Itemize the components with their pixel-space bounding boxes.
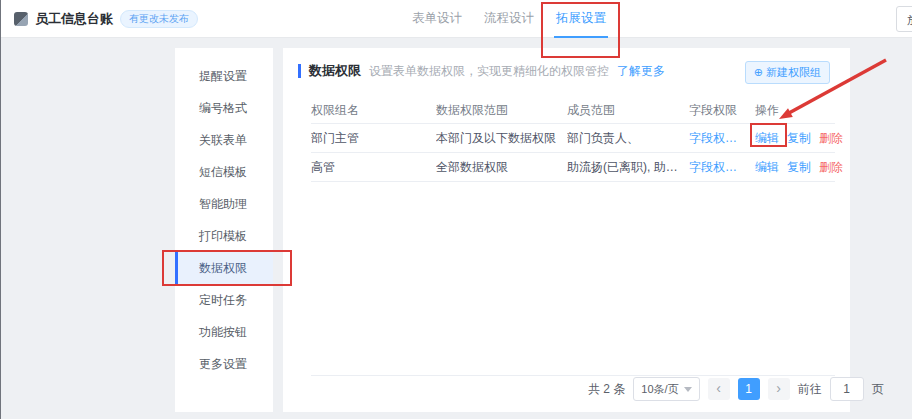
goto-unit-label: 页 (872, 381, 884, 398)
status-badge: 有更改未发布 (120, 10, 198, 28)
pagination: 共 2 条 10条/页 ‹ 1 › 前往 页 (588, 377, 884, 401)
data-permission-panel: 数据权限 设置表单数据权限，实现更精细化的权限管控 了解更多 ⊕ 新建权限组 权… (283, 48, 850, 412)
tab-process-design[interactable]: 流程设计 (482, 0, 536, 36)
page-size-value: 10条/页 (641, 382, 678, 397)
cell-member-scope: 助流扬(已离职), 助流进, 助流... (567, 159, 689, 176)
sidebar-item-function-buttons[interactable]: 功能按钮 (175, 316, 273, 348)
discard-button[interactable]: 放弃 (896, 6, 912, 32)
cell-data-scope: 本部门及以下数据权限 (436, 130, 567, 147)
app-icon (14, 12, 28, 26)
goto-page-input[interactable] (830, 377, 864, 401)
edit-link[interactable]: 编辑 (755, 159, 779, 176)
learn-more-link[interactable]: 了解更多 (617, 63, 665, 80)
table-header-row: 权限组名 数据权限范围 成员范围 字段权限 操作 (311, 98, 835, 124)
pagination-total: 共 2 条 (588, 381, 625, 398)
create-permission-group-button[interactable]: ⊕ 新建权限组 (745, 61, 830, 84)
app-title: 员工信息台账 (35, 10, 113, 28)
top-tabs: 表单设计 流程设计 拓展设置 (410, 0, 608, 38)
screen: 员工信息台账 有更改未发布 表单设计 流程设计 拓展设置 放弃 提醒设置 编号格… (0, 0, 912, 419)
goto-label: 前往 (798, 381, 822, 398)
copy-link[interactable]: 复制 (787, 130, 811, 147)
cell-operations: 编辑 复制 删除 (755, 130, 835, 147)
header-operations: 操作 (755, 102, 835, 119)
sidebar-item-scheduled-tasks[interactable]: 定时任务 (175, 284, 273, 316)
edit-link[interactable]: 编辑 (755, 130, 779, 147)
permission-table: 权限组名 数据权限范围 成员范围 字段权限 操作 部门主管 本部门及以下数据权限… (311, 98, 835, 182)
section-description: 设置表单数据权限，实现更精细化的权限管控 (369, 63, 609, 80)
table-row: 高管 全部数据权限 助流扬(已离职), 助流进, 助流... 字段权限详情 编辑… (311, 153, 835, 182)
create-button-label: 新建权限组 (766, 65, 821, 80)
header-field-permission: 字段权限 (689, 102, 755, 119)
plus-circle-icon: ⊕ (754, 67, 763, 78)
header-member-scope: 成员范围 (567, 102, 689, 119)
cell-group-name: 部门主管 (311, 130, 436, 147)
sidebar-item-print-template[interactable]: 打印模板 (175, 220, 273, 252)
sidebar-item-reminder-settings[interactable]: 提醒设置 (175, 60, 273, 92)
delete-link[interactable]: 删除 (819, 159, 843, 176)
copy-link[interactable]: 复制 (787, 159, 811, 176)
cell-data-scope: 全部数据权限 (436, 159, 567, 176)
field-permission-detail-link[interactable]: 字段权限详情 (689, 130, 755, 147)
table-bottom-border (311, 375, 835, 376)
sidebar-item-more-settings[interactable]: 更多设置 (175, 348, 273, 380)
field-permission-detail-link[interactable]: 字段权限详情 (689, 159, 755, 176)
section-title: 数据权限 (309, 62, 361, 80)
window-left-edge (0, 0, 1, 419)
tab-form-design[interactable]: 表单设计 (410, 0, 464, 36)
page-size-dropdown[interactable]: 10条/页 (633, 377, 699, 401)
sidebar-item-sms-template[interactable]: 短信模板 (175, 156, 273, 188)
table-row: 部门主管 本部门及以下数据权限 部门负责人、 字段权限详情 编辑 复制 删除 (311, 124, 835, 153)
next-page-button[interactable]: › (768, 378, 790, 400)
sidebar-item-smart-assistant[interactable]: 智能助理 (175, 188, 273, 220)
cell-operations: 编辑 复制 删除 (755, 159, 835, 176)
sidebar-item-data-permission[interactable]: 数据权限 (175, 252, 273, 284)
sidebar-item-number-format[interactable]: 编号格式 (175, 92, 273, 124)
settings-sidebar: 提醒设置 编号格式 关联表单 短信模板 智能助理 打印模板 数据权限 定时任务 … (175, 48, 273, 412)
header-data-scope: 数据权限范围 (436, 102, 567, 119)
header-group-name: 权限组名 (311, 102, 436, 119)
tab-extension-settings[interactable]: 拓展设置 (554, 0, 608, 38)
sidebar-item-linked-forms[interactable]: 关联表单 (175, 124, 273, 156)
chevron-down-icon (684, 387, 692, 392)
title-accent-bar (298, 64, 301, 78)
delete-link[interactable]: 删除 (819, 130, 843, 147)
section-header: 数据权限 设置表单数据权限，实现更精细化的权限管控 了解更多 (298, 62, 665, 80)
app-info: 员工信息台账 有更改未发布 (14, 0, 198, 38)
topbar: 员工信息台账 有更改未发布 表单设计 流程设计 拓展设置 放弃 (0, 0, 912, 38)
page-number-button[interactable]: 1 (738, 378, 760, 400)
cell-group-name: 高管 (311, 159, 436, 176)
prev-page-button[interactable]: ‹ (708, 378, 730, 400)
cell-member-scope: 部门负责人、 (567, 130, 689, 147)
